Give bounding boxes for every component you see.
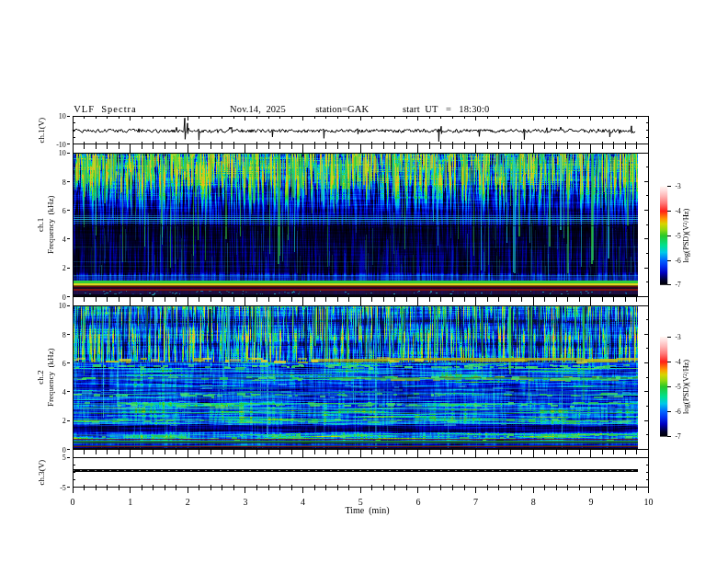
svg-text:10: 10: [59, 302, 66, 310]
svg-text:1: 1: [128, 497, 132, 507]
svg-text:10: 10: [59, 149, 66, 157]
svg-text:log(PSD)(V2/Hz): log(PSD)(V2/Hz): [681, 208, 690, 262]
svg-text:3: 3: [243, 497, 247, 507]
svg-text:2: 2: [63, 264, 66, 272]
svg-text:ch.1: ch.1: [36, 218, 45, 232]
svg-text:5: 5: [63, 454, 66, 462]
svg-text:Nov.14, 2025: Nov.14, 2025: [230, 104, 286, 114]
svg-text:log(PSD)(V2/Hz): log(PSD)(V2/Hz): [681, 360, 690, 414]
svg-text:station=GAK: station=GAK: [315, 104, 369, 114]
svg-text:-3: -3: [676, 333, 681, 341]
svg-text:ch.3(V): ch.3(V): [37, 460, 46, 486]
svg-text:VLF Spectra: VLF Spectra: [74, 104, 137, 114]
svg-text:ch.1(V): ch.1(V): [37, 118, 46, 144]
svg-text:-5: -5: [60, 484, 66, 492]
svg-text:-3: -3: [676, 182, 681, 190]
svg-text:6: 6: [63, 360, 66, 368]
svg-text:8: 8: [531, 497, 536, 507]
svg-text:4: 4: [63, 236, 66, 244]
svg-text:-7: -7: [676, 281, 681, 289]
svg-text:ch.2: ch.2: [36, 371, 45, 385]
svg-text:8: 8: [63, 178, 66, 187]
svg-text:10: 10: [59, 112, 66, 121]
svg-text:9: 9: [588, 497, 593, 507]
svg-text:2: 2: [63, 417, 66, 425]
svg-text:Frequency (kHz): Frequency (kHz): [46, 348, 55, 406]
svg-text:4: 4: [63, 388, 66, 396]
svg-text:Time (min): Time (min): [346, 505, 390, 516]
svg-text:7: 7: [473, 497, 478, 507]
svg-text:6: 6: [415, 497, 420, 507]
svg-text:8: 8: [63, 331, 66, 339]
svg-text:Frequency (kHz): Frequency (kHz): [46, 196, 55, 254]
svg-text:-10: -10: [56, 141, 66, 149]
svg-text:2: 2: [186, 497, 190, 507]
svg-text:-7: -7: [676, 432, 681, 441]
svg-text:0: 0: [63, 293, 66, 302]
svg-text:4: 4: [301, 497, 305, 507]
svg-text:10: 10: [644, 497, 654, 507]
svg-text:start UT = 18:30:0: start UT = 18:30:0: [403, 104, 490, 114]
svg-text:6: 6: [63, 207, 66, 215]
svg-text:0: 0: [71, 497, 75, 507]
